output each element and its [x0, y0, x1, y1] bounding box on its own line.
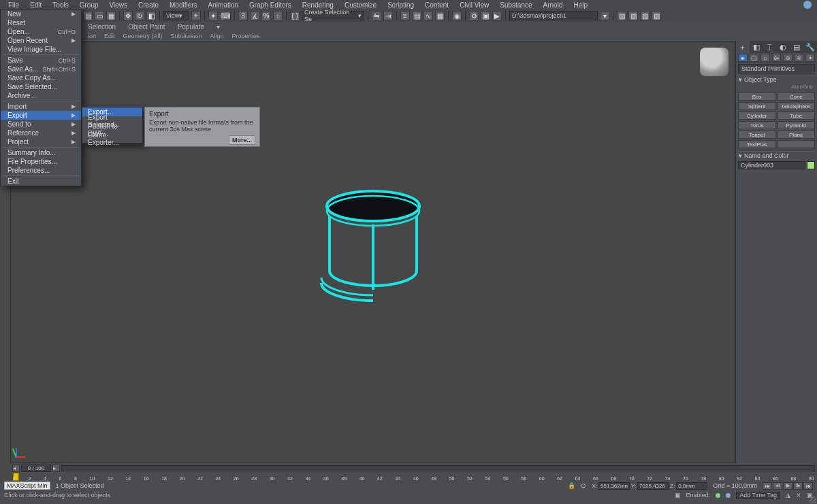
maxscript-mini-listener[interactable]: MAXScript Min	[4, 482, 50, 490]
primitive-Sphere[interactable]: Sphere	[738, 102, 776, 110]
primitive-Plane[interactable]: Plane	[778, 131, 816, 139]
isolate-icon[interactable]: ⊙	[581, 482, 586, 489]
goto-start-icon[interactable]: ⏮	[763, 482, 772, 490]
primitive-Torus[interactable]: Torus	[738, 121, 776, 129]
file-menu-item[interactable]: Project▶	[1, 137, 81, 146]
file-menu-item[interactable]: Save As...Shift+Ctrl+S	[1, 65, 81, 73]
goto-end-icon[interactable]: ⏭	[803, 482, 813, 490]
timeline-next-icon[interactable]: ▸	[52, 465, 60, 472]
workspace-3-icon[interactable]: ▧	[640, 11, 650, 20]
primitive-Tube[interactable]: Tube	[778, 112, 816, 120]
curve-editor-icon[interactable]: ∿	[423, 11, 433, 20]
file-menu-item[interactable]: Send to▶	[1, 120, 81, 129]
macro-rec-icon[interactable]: ▣	[675, 492, 681, 499]
selected-object[interactable]	[305, 169, 441, 318]
spinner-snap-icon[interactable]: ↕	[273, 11, 283, 20]
rotate-icon[interactable]: ↻	[135, 11, 144, 20]
ribbon-panel-edit[interactable]: Edit	[101, 33, 118, 39]
y-field[interactable]: 7025,4326	[637, 482, 669, 490]
viewport-nav-pan-icon[interactable]: ◮	[786, 492, 790, 499]
systems-cat-icon[interactable]: ✦	[805, 54, 815, 62]
ribbon-tab-selection[interactable]: Selection	[85, 23, 118, 31]
export-submenu-item[interactable]: Game Exporter...	[82, 134, 142, 143]
primitive-Cone[interactable]: Cone	[778, 93, 816, 101]
x-field[interactable]: 951,362mn	[598, 482, 630, 490]
menu-help[interactable]: Help	[568, 1, 593, 10]
ribbon-panel-geometry[interactable]: Geometry (All)	[121, 33, 165, 39]
menu-animation[interactable]: Animation	[203, 1, 244, 10]
resize-grip-icon[interactable]	[810, 497, 816, 503]
menu-tools[interactable]: Tools	[47, 1, 74, 10]
menu-arnold[interactable]: Arnold	[538, 1, 568, 10]
viewport-nav-zoom-icon[interactable]: ⤧	[796, 492, 801, 499]
file-menu-item[interactable]: Save Copy As...	[1, 73, 81, 82]
ribbon-panel-subdivision[interactable]: Subdivision	[168, 33, 205, 39]
menu-create[interactable]: Create	[133, 1, 164, 10]
lights-cat-icon[interactable]: ☼	[760, 54, 770, 62]
rollout-object-type-head[interactable]: ▾ Object Type	[736, 75, 817, 84]
play-icon[interactable]: ▶	[783, 482, 792, 490]
create-tab-icon[interactable]: ＋	[736, 41, 750, 53]
menu-edit[interactable]: Edit	[25, 1, 47, 10]
snap-icon[interactable]: 3	[238, 11, 248, 20]
adaptive-deg-icon[interactable]	[726, 493, 731, 498]
shapes-cat-icon[interactable]: ◯	[750, 54, 759, 62]
project-path-field[interactable]: D:\3dsmax\project\1	[509, 11, 598, 20]
z-field[interactable]: 0,0mm	[676, 482, 707, 490]
signin-icon[interactable]	[803, 1, 812, 9]
hierarchy-tab-icon[interactable]: ⌶	[763, 41, 777, 53]
menu-scripting[interactable]: Scripting	[382, 1, 419, 10]
time-slider-track[interactable]	[61, 465, 815, 471]
file-menu-item[interactable]: Preferences...	[1, 166, 81, 175]
tooltip-more-button[interactable]: More...	[229, 135, 255, 145]
menu-rendering[interactable]: Rendering	[297, 1, 339, 10]
file-menu-item[interactable]: Import▶	[1, 102, 81, 111]
workspace-4-icon[interactable]: ▧	[652, 11, 661, 20]
timeline-position[interactable]: 0 / 100	[21, 465, 51, 472]
ribbon-panel-align[interactable]: Align	[208, 33, 227, 39]
utilities-tab-icon[interactable]: 🔧	[803, 41, 817, 53]
layer-explorer-icon[interactable]: ≡	[400, 11, 410, 20]
time-ruler[interactable]: 0246810121416182022242628303234363840424…	[10, 473, 817, 481]
file-menu-item[interactable]: File Properties...	[1, 157, 81, 166]
file-menu-item[interactable]: Save Selected...	[1, 82, 81, 91]
ref-coord-dropdown[interactable]: View ▾	[163, 11, 189, 20]
ribbon-expand-icon[interactable]: ▾	[214, 23, 223, 31]
align-icon[interactable]: ⇥	[383, 11, 393, 20]
next-frame-icon[interactable]: Ⅱ▸	[793, 482, 803, 490]
file-menu-item[interactable]: New▶	[1, 10, 81, 18]
move-icon[interactable]: ✥	[123, 11, 133, 20]
render-setup-icon[interactable]: ⚙	[469, 11, 479, 20]
select-by-name-icon[interactable]: ▤	[83, 11, 93, 20]
edit-named-sel-icon[interactable]: { }	[290, 11, 300, 20]
menu-grapheditors[interactable]: Graph Editors	[244, 1, 297, 10]
autogrid-checkbox[interactable]: AutoGrid	[736, 84, 817, 91]
geometry-cat-icon[interactable]: ●	[738, 54, 748, 62]
scale-icon[interactable]: ◧	[146, 11, 156, 20]
menu-views[interactable]: Views	[104, 1, 133, 10]
primitive-TextPlus[interactable]: TextPlus	[738, 140, 776, 148]
file-menu-item[interactable]: View Image File...	[1, 45, 81, 54]
percent-snap-icon[interactable]: %	[261, 11, 271, 20]
primitive-GeoSphere[interactable]: GeoSphere	[778, 102, 816, 110]
select-manipulate-icon[interactable]: ✦	[208, 11, 218, 20]
file-menu-item[interactable]: Archive...	[1, 91, 81, 100]
primitive-Teapot[interactable]: Teapot	[738, 131, 776, 139]
spacewarps-cat-icon[interactable]: ≋	[795, 54, 804, 62]
schematic-view-icon[interactable]: ▦	[435, 11, 445, 20]
viewport[interactable]: Shading ]	[12, 42, 734, 462]
render-prod-icon[interactable]: ▶	[492, 11, 502, 20]
menu-modifiers[interactable]: Modifiers	[164, 1, 203, 10]
ribbon-panel-polygon[interactable]: ion	[85, 33, 99, 39]
select-region-icon[interactable]: ▭	[95, 11, 104, 20]
file-menu-item[interactable]: Export▶	[1, 111, 81, 120]
object-color-swatch[interactable]	[807, 161, 815, 169]
angle-snap-icon[interactable]: ∡	[250, 11, 259, 20]
object-name-field[interactable]: Cylinder003	[738, 161, 805, 169]
prev-frame-icon[interactable]: ◂Ⅱ	[773, 482, 782, 490]
menu-content[interactable]: Content	[419, 1, 454, 10]
named-selection-dropdown[interactable]: Create Selection Se ▾	[302, 11, 364, 20]
cameras-cat-icon[interactable]: ⌲	[772, 54, 782, 62]
menu-civilview[interactable]: Civil View	[454, 1, 494, 10]
file-menu-item[interactable]: Summary Info...	[1, 148, 81, 157]
